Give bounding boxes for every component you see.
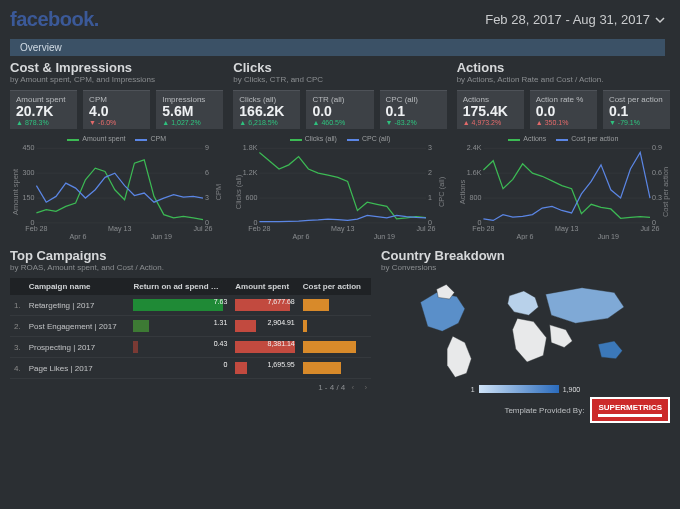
arrow-up-icon: ▲ xyxy=(16,119,23,126)
svg-text:May 13: May 13 xyxy=(555,225,578,234)
panel-top-campaigns: Top Campaigns by ROAS, Amount spent, and… xyxy=(10,248,371,423)
tile-cpm: CPM 4.0 ▼-6.0% xyxy=(83,90,150,129)
arrow-up-icon: ▲ xyxy=(536,119,543,126)
chart-actions: 08001.6K2.4K00.30.60.9Feb 28Apr 6May 13J… xyxy=(457,144,670,240)
world-map[interactable] xyxy=(381,278,670,383)
svg-text:Jun 19: Jun 19 xyxy=(597,232,618,240)
table-row[interactable]: 1.Retargeting | 20177.637,677.68 xyxy=(10,295,371,316)
svg-text:3: 3 xyxy=(205,193,209,202)
column-header[interactable]: Return on ad spend … xyxy=(129,278,231,295)
arrow-up-icon: ▲ xyxy=(162,119,169,126)
svg-text:May 13: May 13 xyxy=(108,225,131,234)
column-header[interactable] xyxy=(10,278,25,295)
svg-text:6: 6 xyxy=(205,169,209,178)
svg-text:3: 3 xyxy=(428,144,432,152)
column-header[interactable]: Campaign name xyxy=(25,278,130,295)
legend-clicks-all: Clicks (all) xyxy=(290,135,337,142)
legend-cost-per-action: Cost per action xyxy=(556,135,618,142)
svg-text:0.6: 0.6 xyxy=(652,169,662,178)
map-legend-gradient xyxy=(479,385,559,393)
legend-cpc-all: CPC (all) xyxy=(347,135,390,142)
svg-text:0.3: 0.3 xyxy=(652,193,662,202)
svg-text:Feb 28: Feb 28 xyxy=(472,225,494,234)
arrow-down-icon: ▼ xyxy=(386,119,393,126)
svg-text:Feb 28: Feb 28 xyxy=(25,225,47,234)
arrow-down-icon: ▼ xyxy=(89,119,96,126)
tile-cpc-all: CPC (all) 0.1 ▼-83.2% xyxy=(380,90,447,129)
svg-text:Jun 19: Jun 19 xyxy=(151,232,172,240)
svg-text:150: 150 xyxy=(23,193,35,202)
tile-amount-spent: Amount spent 20.7K ▲878.3% xyxy=(10,90,77,129)
svg-text:CPC (all): CPC (all) xyxy=(438,177,447,207)
map-legend: 1 1,900 xyxy=(381,385,670,393)
supermetrics-badge: SUPERMETRICS xyxy=(590,397,670,423)
svg-text:9: 9 xyxy=(205,144,209,152)
chart-cost-impressions: 01503004500369Feb 28Apr 6May 13Jun 19Jul… xyxy=(10,144,223,240)
table-row[interactable]: 3.Prospecting | 20170.438,381.14 xyxy=(10,337,371,358)
panel-country-breakdown: Country Breakdown by Conversions xyxy=(381,248,670,423)
chart-clicks: 06001.2K1.8K0123Feb 28Apr 6May 13Jun 19J… xyxy=(233,144,446,240)
table-pager: 1 - 4 / 4 ‹ › xyxy=(10,383,371,392)
svg-text:Actions: Actions xyxy=(458,180,467,205)
tile-cost-per-action: Cost per action 0.1 ▼-79.1% xyxy=(603,90,670,129)
svg-text:600: 600 xyxy=(246,193,258,202)
table-row[interactable]: 4.Page Likes | 201701,695.95 xyxy=(10,358,371,379)
svg-text:Jul 26: Jul 26 xyxy=(194,225,213,234)
panel-cost-impressions: Cost & Impressions by Amount spent, CPM,… xyxy=(10,60,223,240)
svg-text:1.2K: 1.2K xyxy=(243,169,258,178)
arrow-down-icon: ▼ xyxy=(609,119,616,126)
pager-prev[interactable]: ‹ xyxy=(348,383,359,392)
svg-text:Apr 6: Apr 6 xyxy=(516,232,533,240)
svg-text:Feb 28: Feb 28 xyxy=(249,225,271,234)
tile-ctr-all: CTR (all) 0.0 ▲460.5% xyxy=(306,90,373,129)
svg-text:CPM: CPM xyxy=(214,184,223,201)
svg-text:Apr 6: Apr 6 xyxy=(70,232,87,240)
svg-text:2: 2 xyxy=(428,169,432,178)
panel-actions: Actions by Actions, Action Rate and Cost… xyxy=(457,60,670,240)
panel-subtitle: by Actions, Action Rate and Cost / Actio… xyxy=(457,75,670,84)
svg-text:May 13: May 13 xyxy=(331,225,354,234)
svg-text:450: 450 xyxy=(23,144,35,152)
svg-text:1: 1 xyxy=(428,193,432,202)
pager-next[interactable]: › xyxy=(360,383,371,392)
table-row[interactable]: 2.Post Engagement | 20171.312,904.91 xyxy=(10,316,371,337)
tile-action-rate: Action rate % 0.0 ▲350.1% xyxy=(530,90,597,129)
campaigns-table: Campaign nameReturn on ad spend …Amount … xyxy=(10,278,371,379)
svg-text:Jun 19: Jun 19 xyxy=(374,232,395,240)
arrow-up-icon: ▲ xyxy=(463,119,470,126)
panel-clicks: Clicks by Clicks, CTR, and CPC Clicks (a… xyxy=(233,60,446,240)
tab-overview[interactable]: Overview xyxy=(10,39,665,56)
country-title: Country Breakdown xyxy=(381,248,670,263)
column-header[interactable]: Amount spent xyxy=(231,278,298,295)
svg-text:1.8K: 1.8K xyxy=(243,144,258,152)
tile-impressions: Impressions 5.6M ▲1,027.2% xyxy=(156,90,223,129)
legend-amount-spent: Amount spent xyxy=(67,135,125,142)
top-campaigns-sub: by ROAS, Amount spent, and Cost / Action… xyxy=(10,263,371,272)
arrow-up-icon: ▲ xyxy=(239,119,246,126)
svg-text:2.4K: 2.4K xyxy=(466,144,481,152)
column-header[interactable]: Cost per action xyxy=(299,278,371,295)
svg-text:Apr 6: Apr 6 xyxy=(293,232,310,240)
svg-text:300: 300 xyxy=(23,169,35,178)
legend-cpm: CPM xyxy=(135,135,166,142)
top-campaigns-title: Top Campaigns xyxy=(10,248,371,263)
svg-text:0.9: 0.9 xyxy=(652,144,662,152)
legend-actions: Actions xyxy=(508,135,546,142)
panel-subtitle: by Amount spent, CPM, and Impressions xyxy=(10,75,223,84)
svg-text:Jul 26: Jul 26 xyxy=(640,225,659,234)
svg-text:1.6K: 1.6K xyxy=(466,169,481,178)
date-range-picker[interactable]: Feb 28, 2017 - Aug 31, 2017 xyxy=(485,12,670,27)
svg-text:800: 800 xyxy=(469,193,481,202)
arrow-up-icon: ▲ xyxy=(312,119,319,126)
chevron-down-icon xyxy=(650,14,670,26)
date-range-text: Feb 28, 2017 - Aug 31, 2017 xyxy=(485,12,650,27)
tile-actions: Actions 175.4K ▲4,973.2% xyxy=(457,90,524,129)
svg-text:Jul 26: Jul 26 xyxy=(417,225,436,234)
svg-text:Cost per action: Cost per action xyxy=(661,167,670,217)
tile-clicks-all: Clicks (all) 166.2K ▲6,218.5% xyxy=(233,90,300,129)
country-sub: by Conversions xyxy=(381,263,670,272)
panel-subtitle: by Clicks, CTR, and CPC xyxy=(233,75,446,84)
svg-text:Amount spent: Amount spent xyxy=(11,169,20,215)
logo: facebook. xyxy=(10,8,99,31)
svg-text:Clicks (all): Clicks (all) xyxy=(235,175,244,209)
